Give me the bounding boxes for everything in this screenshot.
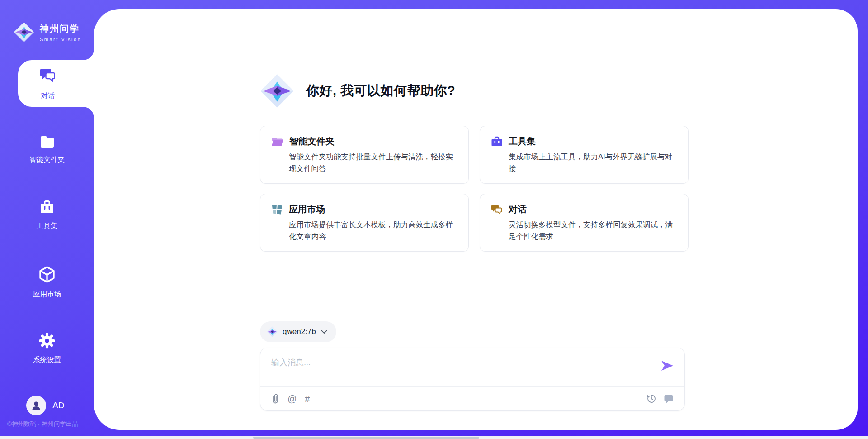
- conversation-button[interactable]: [664, 394, 674, 403]
- brand-logo: 神州问学 Smart Vision: [0, 0, 94, 60]
- user-initials: AD: [52, 401, 64, 410]
- card-toolset[interactable]: 工具集 集成市场上主流工具，助力AI与外界无缝扩展与对接: [480, 126, 689, 184]
- briefcase-icon: [491, 136, 503, 147]
- card-chat[interactable]: 对话 灵活切换多模型文件，支持多样回复效果调试，满足个性化需求: [480, 194, 689, 252]
- sidebar-item-label: 智能文件夹: [0, 155, 94, 165]
- card-description: 智能文件夹功能支持批量文件上传与清洗，轻松实现文件问答: [289, 151, 459, 174]
- briefcase-icon: [38, 199, 56, 215]
- message-input[interactable]: [271, 357, 656, 382]
- paperclip-icon: [271, 393, 279, 404]
- sidebar-item-label: 对话: [41, 91, 55, 101]
- brand-subtitle: Smart Vision: [40, 37, 81, 42]
- history-button[interactable]: [646, 394, 656, 404]
- sidebar-item-label: 应用市场: [0, 290, 94, 299]
- person-icon: [30, 400, 42, 411]
- copyright-footer: ©神州数码 · 神州问学出品: [7, 420, 101, 428]
- brand-name: 神州问学: [40, 23, 81, 35]
- sidebar-item-label: 系统设置: [0, 355, 94, 365]
- model-name: qwen2:7b: [283, 327, 316, 336]
- horizontal-scrollbar: [0, 436, 868, 439]
- greeting-title: 你好, 我可以如何帮助你?: [306, 82, 455, 100]
- brand-diamond-icon: [14, 22, 34, 43]
- model-diamond-icon: [267, 326, 278, 337]
- tab-curve-top: [83, 49, 94, 60]
- gear-icon: [38, 332, 56, 349]
- card-smart-folder[interactable]: 智能文件夹 智能文件夹功能支持批量文件上传与清洗，轻松实现文件问答: [260, 126, 469, 184]
- folder-icon: [39, 134, 56, 149]
- history-clock-icon: [646, 394, 656, 404]
- card-description: 灵活切换多模型文件，支持多样回复效果调试，满足个性化需求: [509, 219, 679, 242]
- sidebar-item-chat-active[interactable]: 对话: [18, 60, 94, 107]
- assistant-diamond-icon: [260, 74, 294, 108]
- sidebar-item-smart-folder[interactable]: 智能文件夹: [0, 134, 94, 165]
- avatar: [26, 396, 46, 415]
- card-app-market[interactable]: 应用市场 应用市场提供丰富长文本模板，助力高效生成多样化文章内容: [260, 194, 469, 252]
- sidebar-item-settings[interactable]: 系统设置: [0, 332, 94, 365]
- message-composer: @ #: [260, 348, 685, 411]
- user-account[interactable]: AD: [26, 396, 64, 415]
- send-icon: [661, 360, 674, 372]
- chevron-down-icon: [321, 330, 327, 334]
- sidebar-item-toolset[interactable]: 工具集: [0, 199, 94, 231]
- model-selector[interactable]: qwen2:7b: [260, 321, 336, 342]
- chat-bubbles-icon: [38, 66, 57, 84]
- card-description: 集成市场上主流工具，助力AI与外界无缝扩展与对接: [509, 151, 679, 174]
- card-description: 应用市场提供丰富长文本模板，助力高效生成多样化文章内容: [289, 219, 459, 242]
- feature-cards: 智能文件夹 智能文件夹功能支持批量文件上传与清洗，轻松实现文件问答 工具集 集成…: [260, 126, 689, 252]
- card-title: 对话: [509, 203, 527, 215]
- attach-file-button[interactable]: [271, 393, 279, 404]
- sidebar-item-label: 工具集: [0, 221, 94, 231]
- card-title: 工具集: [509, 135, 536, 148]
- grid-icon: [271, 204, 283, 215]
- topic-button[interactable]: #: [305, 394, 310, 403]
- cube-icon: [38, 265, 56, 284]
- folder-open-icon: [271, 136, 283, 147]
- greeting-row: 你好, 我可以如何帮助你?: [260, 74, 455, 108]
- app-window: 神州问学 Smart Vision 对话 智能文件夹 工具集: [0, 0, 868, 439]
- chat-bubble-icon: [664, 394, 674, 403]
- composer-toolbar: @ #: [271, 387, 674, 410]
- card-title: 应用市场: [289, 203, 325, 215]
- send-button[interactable]: [661, 360, 674, 373]
- tab-curve-bottom: [83, 107, 94, 118]
- mention-button[interactable]: @: [288, 394, 297, 403]
- card-title: 智能文件夹: [289, 135, 335, 148]
- chat-bubbles-icon: [491, 204, 503, 215]
- scrollbar-thumb[interactable]: [253, 437, 479, 439]
- sidebar-item-app-market[interactable]: 应用市场: [0, 265, 94, 299]
